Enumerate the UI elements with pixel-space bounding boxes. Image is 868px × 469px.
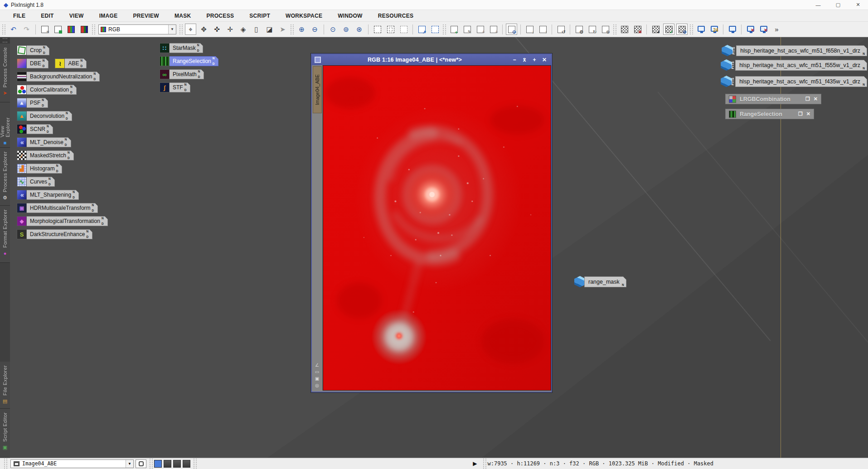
menu-window[interactable]: WINDOW <box>330 10 370 21</box>
menu-file[interactable]: FILE <box>5 10 33 21</box>
display-channel-swatch-rgb[interactable] <box>154 460 162 468</box>
delete-preview-icon[interactable] <box>398 24 409 35</box>
new-preview-icon[interactable] <box>372 24 383 35</box>
process-icon-darkstructureenhance[interactable]: SDarkStructureEnhanceND <box>17 229 92 239</box>
center-view-icon[interactable]: ✛ <box>224 24 236 35</box>
process-icon-rangeselection[interactable]: RangeSelectionND <box>160 56 218 66</box>
view-settings-icon[interactable]: ⚙ <box>573 24 585 35</box>
dropdown-arrow-icon[interactable]: ▼ <box>126 460 133 468</box>
process-icon-pixelmath[interactable]: ∞PixelMathND <box>160 69 204 79</box>
file-item-hlsp-heritage-hst-acs-wfc-m51-f658n-v1-drz[interactable]: FITShlsp_heritage_hst_acs_wfc_m51_f658n_… <box>722 44 867 57</box>
mask-invert-icon[interactable]: ◐ <box>650 24 661 35</box>
extract-channel-icon[interactable] <box>78 24 90 35</box>
zoom-in-icon[interactable]: ⊕ <box>296 24 307 35</box>
view-mode-button[interactable] <box>136 459 146 468</box>
window-close-button[interactable]: ✕ <box>540 57 548 63</box>
window-minimize-button[interactable]: − <box>510 57 519 63</box>
process-icon-abe[interactable]: ≀ABEND <box>55 58 87 68</box>
readout-cursor-icon[interactable]: ◪ <box>264 24 275 35</box>
mask-enabled-icon[interactable]: ✓ <box>663 24 674 35</box>
mask-show-icon[interactable]: ⊙ <box>676 24 688 35</box>
process-icon-mlt-sharpening[interactable]: «MLT_SharpeningND <box>17 190 79 200</box>
menu-image[interactable]: IMAGE <box>92 10 126 21</box>
image-window-icon[interactable] <box>315 57 321 63</box>
menu-workspace[interactable]: WORKSPACE <box>278 10 330 21</box>
process-icon-dbe[interactable]: DBEND <box>17 58 48 68</box>
menu-script[interactable]: SCRIPT <box>242 10 278 21</box>
process-icon-starmask[interactable]: ∷StarMaskND <box>160 43 203 53</box>
frame-icon[interactable]: ▭ <box>315 370 319 374</box>
view-selector-combo[interactable]: RGB▼ <box>98 24 176 34</box>
revert-view-icon[interactable]: ↺ <box>555 24 567 35</box>
dock-tab-script-editor[interactable]: Script Editor▣ <box>0 409 10 458</box>
clone-image-icon[interactable]: + <box>475 24 486 35</box>
readout-page-icon[interactable]: ▯ <box>251 24 262 35</box>
process-icon-psf[interactable]: ▲PSFND <box>17 98 48 108</box>
range-mask-item[interactable]: range_mask N <box>574 276 626 288</box>
shrink-view-icon[interactable]: ✜ <box>211 24 223 35</box>
display-channel-swatch-g[interactable] <box>173 460 181 468</box>
new-image-icon[interactable]: ＋ <box>448 24 460 35</box>
duplicate-icon[interactable]: ▣ <box>315 377 319 381</box>
edit-preview-icon[interactable] <box>385 24 396 35</box>
undo-icon[interactable]: ↶ <box>8 24 19 35</box>
redo-icon[interactable]: ↷ <box>21 24 32 35</box>
app-maximize-button[interactable]: ▢ <box>828 0 848 10</box>
dock-window-icon[interactable]: ← <box>727 24 738 35</box>
view-refresh-icon[interactable]: ↻ <box>587 24 598 35</box>
process-icon-histogram[interactable]: ▟HistogramND <box>17 164 62 174</box>
zoom-fit-icon[interactable]: ⊚ <box>340 24 352 35</box>
move-tool-icon[interactable]: ◈ <box>238 24 249 35</box>
menu-preview[interactable]: PREVIEW <box>125 10 166 21</box>
minimized-window-rangeselection[interactable]: RangeSelection❐✕ <box>725 109 814 119</box>
menu-edit[interactable]: EDIT <box>33 10 62 21</box>
window-zoom-button[interactable]: + <box>530 57 538 63</box>
target-icon[interactable]: ◎ <box>315 383 319 388</box>
window-shade-button[interactable]: x̄ <box>520 57 529 63</box>
dock-tab-process-console[interactable]: Process Console➤ <box>0 44 10 102</box>
screen-id-icon[interactable]: ≡ <box>39 24 50 35</box>
file-item-hlsp-heritage-hst-acs-wfc-m51-f555w-v1-drz[interactable]: FITShlsp_heritage_hst_acs_wfc_m51_f555w_… <box>721 59 867 71</box>
screen-transfer-icon[interactable]: ⊙ <box>506 24 517 35</box>
toolbar-overflow-icon[interactable]: » <box>771 24 782 35</box>
save-view-icon[interactable]: ↓ <box>524 24 535 35</box>
dock-tab-view-explorer[interactable]: View Explorer■ <box>0 102 10 148</box>
menu-mask[interactable]: MASK <box>167 10 199 21</box>
expand-view-icon[interactable]: ✥ <box>198 24 209 35</box>
pan-tool-icon[interactable]: ⌖ <box>185 24 196 35</box>
restore-button[interactable]: ❐ <box>798 111 803 117</box>
menu-view[interactable]: VIEW <box>62 10 92 21</box>
view-tab-image04-abe[interactable]: Image04_ABE <box>313 66 322 113</box>
process-icon-curves[interactable]: ∿CurvesND <box>17 177 55 187</box>
zoom-out-icon[interactable]: ⊖ <box>309 24 320 35</box>
edit-image-icon[interactable]: ✎ <box>461 24 473 35</box>
zoom-optimal-icon[interactable]: ⊛ <box>354 24 365 35</box>
process-icon-hdrmultiscaletransform[interactable]: ▣HDRMultiscaleTransformND <box>17 203 98 213</box>
split-channels-icon[interactable] <box>65 24 77 35</box>
fit-window-icon[interactable]: ↗ <box>416 24 427 35</box>
display-channel-swatch-b[interactable] <box>183 460 190 468</box>
duplicate-view-icon[interactable] <box>52 24 63 35</box>
app-minimize-button[interactable]: — <box>808 0 828 10</box>
close-button[interactable]: ✕ <box>806 111 810 117</box>
mask-select-icon[interactable] <box>619 24 630 35</box>
zoom-1-1-icon[interactable]: ⊙ <box>327 24 339 35</box>
display-channel-swatch-r[interactable] <box>164 460 171 468</box>
play-indicator-icon[interactable]: ▶ <box>473 460 477 467</box>
dock-grip[interactable] <box>3 38 7 43</box>
image-canvas-m51-red-mask[interactable] <box>323 65 551 391</box>
process-icon-colorcalibration[interactable]: ColorCalibrationND <box>17 85 77 95</box>
app-close-button[interactable]: ✕ <box>848 0 868 10</box>
close-workspace-icon[interactable]: ✕ <box>745 24 756 35</box>
file-item-hlsp-heritage-hst-acs-wfc-m51-f435w-v1-drz[interactable]: FITShlsp_heritage_hst_acs_wfc_m51_f435w_… <box>721 75 867 87</box>
select-tool-icon[interactable]: ➤ <box>277 24 288 35</box>
close-all-windows-icon[interactable]: ✕ <box>758 24 769 35</box>
menu-resources[interactable]: RESOURCES <box>370 10 422 21</box>
minimized-window-lrgbcombination[interactable]: LRGBCombination❐✕ <box>725 94 821 104</box>
view-close-icon[interactable]: ⊗ <box>600 24 611 35</box>
view-selector-dropdown[interactable]: Image04_ABE ▼ <box>10 459 134 468</box>
process-icon-crop[interactable]: CropND <box>17 45 49 55</box>
dock-tab-process-explorer[interactable]: Process Explorer⚙ <box>0 148 10 206</box>
resize-corner-icon[interactable]: ∠ <box>315 363 319 367</box>
process-icon-scnr[interactable]: SCNRND <box>17 124 53 134</box>
